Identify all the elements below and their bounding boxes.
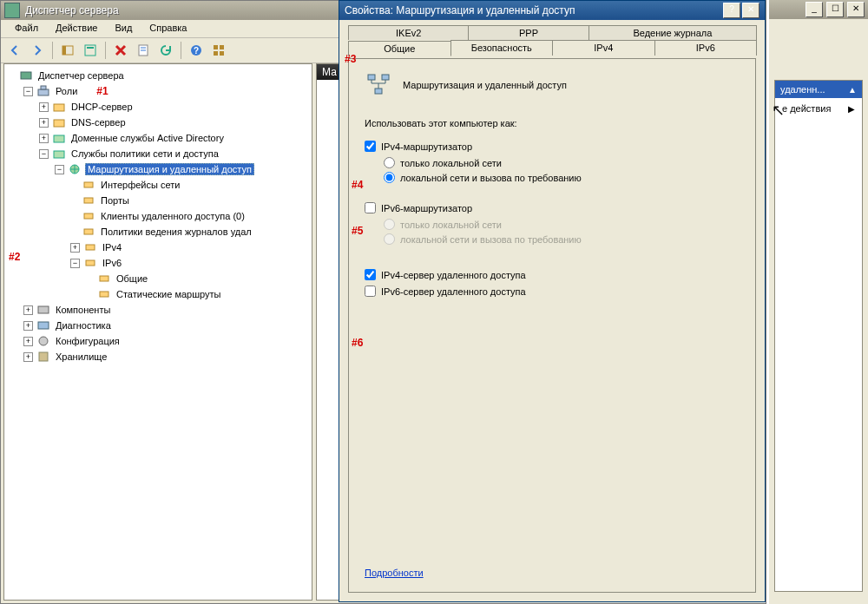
ad-icon	[52, 131, 66, 145]
svg-rect-33	[368, 75, 375, 80]
tab-ppp[interactable]: PPP	[468, 25, 589, 40]
svg-rect-25	[86, 245, 95, 250]
ipv4-ras-checkbox[interactable]	[365, 269, 376, 280]
tb-btn-1[interactable]	[57, 40, 78, 61]
minimize-button[interactable]: _	[806, 2, 823, 17]
svg-rect-18	[54, 135, 64, 142]
tree-config[interactable]: +Конфигурация	[22, 333, 310, 349]
tb-btn-7[interactable]	[208, 40, 229, 61]
menu-action[interactable]: Действие	[47, 20, 106, 37]
tree-components[interactable]: +Компоненты	[22, 302, 310, 318]
tree-general[interactable]: Общие	[84, 271, 310, 286]
svg-rect-24	[84, 229, 93, 234]
logpol-icon	[82, 225, 95, 239]
chevron-up-icon[interactable]: ▲	[848, 85, 857, 95]
diag-icon	[36, 318, 50, 332]
storage-icon	[36, 350, 50, 364]
svg-rect-9	[214, 45, 218, 49]
ipv6-only-lan-radio	[384, 219, 395, 230]
svg-rect-12	[220, 51, 224, 56]
ipv6-ras-checkbox[interactable]	[365, 286, 376, 297]
actions-header[interactable]: удаленн... ▲	[775, 81, 862, 98]
ipv4-router-label: IPv4-маршрутизатор	[381, 141, 472, 152]
tab-ipv4[interactable]: IPv4	[552, 40, 655, 56]
tab-security[interactable]: Безопасность	[450, 40, 554, 56]
use-as-label: Использовать этот компьютер как:	[365, 118, 740, 128]
tree-pane[interactable]: #2 Диспетчер сервера −	[3, 63, 312, 601]
tree-ports[interactable]: Порты	[69, 193, 310, 208]
close-button[interactable]: ✕	[847, 2, 865, 17]
tree-ad[interactable]: +Доменные службы Active Directory	[37, 130, 310, 146]
tab-ipv6[interactable]: IPv6	[654, 40, 758, 56]
ipv6-lan-dial-radio	[384, 233, 395, 245]
tree-root[interactable]: Диспетчер сервера	[6, 68, 310, 83]
help-titlebar-button[interactable]: ?	[723, 3, 740, 18]
ipv6-lan-dial-row: локальной сети и вызова по требованию	[384, 233, 740, 245]
page-icon	[136, 43, 150, 57]
svg-rect-32	[39, 352, 48, 361]
tree-dhcp[interactable]: +DHCP-сервер	[37, 99, 310, 115]
tree: Диспетчер сервера − Роли #1	[6, 68, 310, 364]
ipv4-ras-row: IPv4-сервер удаленного доступа	[365, 269, 740, 280]
dns-icon	[52, 115, 66, 129]
refresh-button[interactable]	[155, 40, 176, 61]
ipv4-router-checkbox[interactable]	[365, 141, 376, 152]
close-titlebar-button[interactable]: ✕	[742, 3, 760, 18]
tree-roles[interactable]: − Роли #1	[22, 83, 310, 99]
tree-static[interactable]: Статические маршруты	[84, 286, 310, 302]
dialog-titlebar[interactable]: Свойства: Маршрутизация и удаленный дост…	[339, 1, 765, 20]
ipv4-lan-dial-label: локальной сети и вызова по требованию	[400, 173, 582, 183]
tree-dns[interactable]: +DNS-сервер	[37, 115, 310, 130]
tree-storage[interactable]: +Хранилище	[22, 349, 310, 364]
general-icon	[97, 272, 111, 286]
back-button[interactable]	[4, 40, 25, 61]
tab-body: Маршрутизация и удаленный доступ Использ…	[348, 58, 756, 593]
svg-rect-10	[220, 45, 224, 49]
tree-clients[interactable]: Клиенты удаленного доступа (0)	[69, 208, 310, 224]
ipv6-router-checkbox[interactable]	[365, 202, 376, 213]
svg-rect-14	[38, 89, 49, 95]
ipv4-icon	[83, 240, 97, 254]
help-button[interactable]: ?	[186, 40, 207, 61]
svg-rect-21	[84, 182, 93, 187]
menu-help[interactable]: Справка	[141, 20, 195, 37]
tab-ikev2[interactable]: IKEv2	[348, 25, 469, 40]
svg-rect-16	[54, 104, 64, 111]
tab-logging[interactable]: Ведение журнала	[589, 25, 757, 40]
dialog-header: Маршрутизация и удаленный доступ	[403, 80, 567, 90]
annotation-2: #2	[9, 251, 20, 263]
annotation-1: #1	[96, 85, 108, 97]
iface-icon	[82, 178, 95, 192]
menu-view[interactable]: Вид	[106, 20, 141, 37]
menu-file[interactable]: Файл	[6, 20, 47, 37]
forward-button[interactable]	[27, 40, 48, 61]
config-icon	[36, 334, 50, 348]
dialog-title: Свойства: Маршрутизация и удаленный дост…	[345, 4, 721, 16]
tree-ifaces[interactable]: Интерфейсы сети	[69, 177, 310, 193]
details-link[interactable]: Подробности	[365, 568, 424, 578]
ipv4-lan-dial-radio[interactable]	[384, 172, 395, 183]
tb-btn-2[interactable]	[80, 40, 101, 61]
collapse-icon[interactable]: −	[23, 87, 33, 96]
ipv4-lan-dial-row: локальной сети и вызова по требованию	[384, 172, 740, 183]
delete-button[interactable]	[110, 40, 131, 61]
tree-rras[interactable]: −Маршрутизация и удаленный доступ	[53, 161, 310, 177]
ipv6-icon	[83, 256, 97, 270]
annotation-4: #4	[352, 179, 363, 191]
arrow-right-icon: ▶	[848, 104, 855, 114]
tab-general[interactable]: Общие	[348, 41, 451, 56]
app-icon	[4, 3, 20, 18]
tree-logpol[interactable]: Политики ведения журналов удал	[69, 224, 310, 240]
arrow-left-icon	[8, 43, 22, 57]
ipv4-only-lan-radio[interactable]	[384, 157, 395, 168]
tb-btn-4[interactable]	[133, 40, 154, 61]
tree-ipv6[interactable]: −IPv6	[69, 255, 310, 271]
tree-nps[interactable]: −Службы политики сети и доступа	[37, 146, 310, 161]
svg-rect-3	[87, 47, 94, 49]
tree-diag[interactable]: +Диагностика	[22, 318, 310, 333]
maximize-button[interactable]: ☐	[826, 2, 844, 17]
tree-ipv4[interactable]: +IPv4	[69, 240, 310, 255]
components-icon	[36, 303, 50, 317]
svg-rect-35	[375, 89, 382, 94]
more-actions[interactable]: е действия ▶	[775, 98, 862, 119]
